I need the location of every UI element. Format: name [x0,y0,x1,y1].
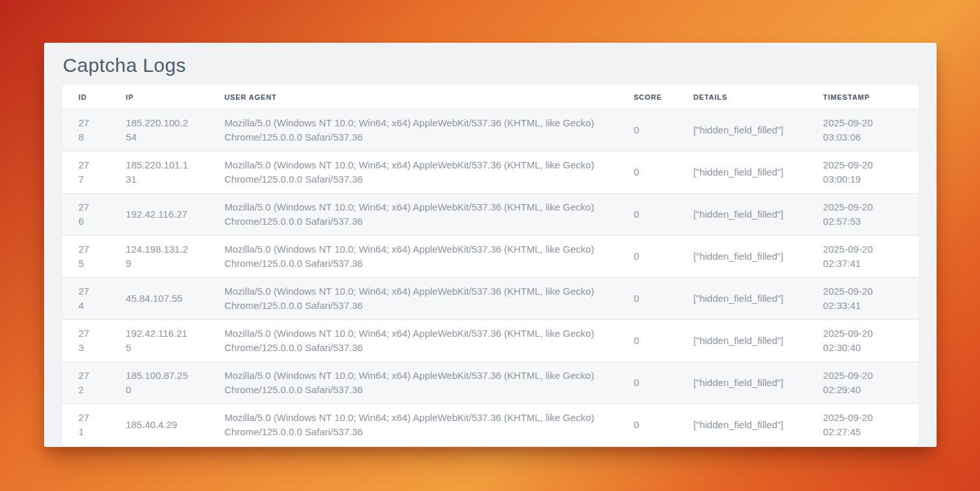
cell-score: 0 [618,319,677,361]
cell-ip: 185.100.87.250 [110,361,208,404]
column-header-id: ID [62,85,110,109]
page-title: Captcha Logs [63,53,918,78]
table-row: 273 192.42.116.215 Mozilla/5.0 (Windows … [62,319,918,361]
cell-timestamp: 2025-09-20 02:29:40 [807,361,918,404]
table-row: 278 185.220.100.254 Mozilla/5.0 (Windows… [62,109,918,151]
cell-timestamp: 2025-09-20 02:37:41 [807,235,918,277]
cell-score: 0 [618,404,677,446]
cell-score: 0 [618,277,677,319]
table-row: 275 124.198.131.29 Mozilla/5.0 (Windows … [62,235,918,277]
cell-details: ["hidden_field_filled"] [677,277,807,319]
table-row: 271 185.40.4.29 Mozilla/5.0 (Windows NT … [62,404,918,446]
cell-details: ["hidden_field_filled"] [677,109,807,151]
cell-timestamp: 2025-09-20 03:03:06 [807,109,918,151]
cell-id: 272 [62,361,110,404]
cell-user-agent: Mozilla/5.0 (Windows NT 10.0; Win64; x64… [208,235,617,277]
cell-timestamp: 2025-09-20 03:00:19 [807,151,918,193]
cell-score: 0 [618,235,677,277]
cell-details: ["hidden_field_filled"] [677,151,807,193]
cell-score: 0 [618,193,677,235]
cell-user-agent: Mozilla/5.0 (Windows NT 10.0; Win64; x64… [208,193,617,235]
cell-id: 271 [62,404,110,446]
column-header-timestamp: TIMESTAMP [807,85,918,109]
cell-id: 273 [62,319,110,361]
column-header-ip: IP [110,85,208,109]
cell-details: ["hidden_field_filled"] [677,361,807,404]
cell-timestamp: 2025-09-20 02:33:41 [807,277,918,319]
table-header: ID IP USER AGENT SCORE DETAILS TIMESTAMP [62,85,918,109]
cell-details: ["hidden_field_filled"] [677,404,807,446]
cell-score: 0 [618,151,677,193]
table-body: 278 185.220.100.254 Mozilla/5.0 (Windows… [62,109,918,446]
cell-user-agent: Mozilla/5.0 (Windows NT 10.0; Win64; x64… [208,277,617,319]
cell-user-agent: Mozilla/5.0 (Windows NT 10.0; Win64; x64… [208,319,617,361]
column-header-details: DETAILS [677,85,807,109]
cell-id: 277 [62,151,110,193]
cell-score: 0 [618,361,677,404]
cell-details: ["hidden_field_filled"] [677,319,807,361]
column-header-user-agent: USER AGENT [208,85,617,109]
cell-user-agent: Mozilla/5.0 (Windows NT 10.0; Win64; x64… [208,404,617,446]
cell-ip: 192.42.116.215 [110,319,208,361]
cell-details: ["hidden_field_filled"] [677,235,807,277]
cell-timestamp: 2025-09-20 02:57:53 [807,193,918,235]
cell-ip: 124.198.131.29 [110,235,208,277]
cell-ip: 185.220.101.131 [110,151,208,193]
cell-ip: 185.220.100.254 [110,109,208,151]
cell-timestamp: 2025-09-20 02:27:45 [807,404,918,446]
cell-id: 278 [62,109,110,151]
cell-user-agent: Mozilla/5.0 (Windows NT 10.0; Win64; x64… [208,109,617,151]
cell-details: ["hidden_field_filled"] [677,193,807,235]
cell-user-agent: Mozilla/5.0 (Windows NT 10.0; Win64; x64… [208,361,617,404]
logs-table-container: ID IP USER AGENT SCORE DETAILS TIMESTAMP… [62,85,918,446]
table-row: 274 45.84.107.55 Mozilla/5.0 (Windows NT… [62,277,918,319]
table-row: 276 192.42.116.27 Mozilla/5.0 (Windows N… [62,193,918,235]
cell-id: 276 [62,193,110,235]
cell-timestamp: 2025-09-20 02:30:40 [807,319,918,361]
cell-ip: 192.42.116.27 [110,193,208,235]
cell-score: 0 [618,109,677,151]
table-header-row: ID IP USER AGENT SCORE DETAILS TIMESTAMP [62,85,918,109]
cell-user-agent: Mozilla/5.0 (Windows NT 10.0; Win64; x64… [208,151,617,193]
cell-ip: 45.84.107.55 [110,277,208,319]
table-row: 277 185.220.101.131 Mozilla/5.0 (Windows… [62,151,918,193]
captcha-logs-card: Captcha Logs ID IP USER AGENT SCORE DETA… [44,43,937,447]
logs-table: ID IP USER AGENT SCORE DETAILS TIMESTAMP… [62,85,918,446]
cell-id: 274 [62,277,110,319]
cell-ip: 185.40.4.29 [110,404,208,446]
column-header-score: SCORE [618,85,677,109]
cell-id: 275 [62,235,110,277]
table-row: 272 185.100.87.250 Mozilla/5.0 (Windows … [62,361,918,404]
